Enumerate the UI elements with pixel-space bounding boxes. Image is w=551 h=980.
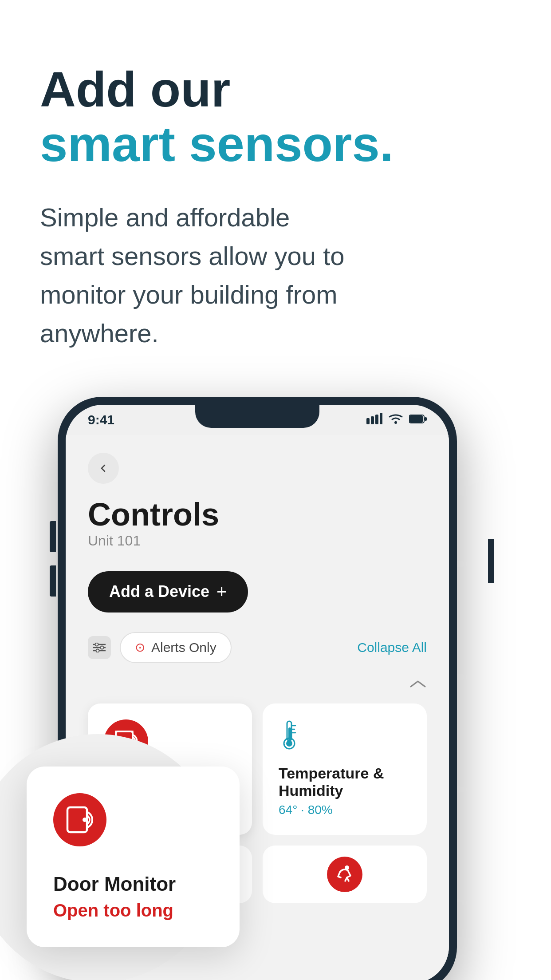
svg-rect-2	[375, 415, 378, 424]
hero-title-line1: Add our	[40, 62, 511, 117]
filter-bar: ⊙ Alerts Only Collapse All	[88, 632, 427, 663]
alerts-only-button[interactable]: ⊙ Alerts Only	[120, 632, 232, 663]
phone-section: 9:41	[0, 397, 551, 980]
floating-card-status: Open too long	[53, 901, 213, 921]
back-button[interactable]	[88, 453, 119, 484]
svg-rect-19	[288, 727, 291, 742]
svg-rect-0	[366, 418, 370, 424]
floating-door-icon	[53, 793, 106, 846]
hero-subtitle: Simple and affordable smart sensors allo…	[40, 198, 359, 352]
filter-icon[interactable]	[88, 636, 111, 659]
svg-rect-3	[380, 413, 382, 424]
floating-card-title: Door Monitor	[53, 873, 213, 895]
warning-icon: ⊙	[135, 640, 145, 655]
temp-title: Temperature & Humidity	[279, 765, 384, 799]
svg-rect-6	[409, 415, 423, 423]
volume-down-button	[50, 565, 56, 597]
page-title: Controls	[88, 497, 427, 532]
motion-card[interactable]	[263, 846, 427, 903]
svg-point-12	[101, 646, 104, 649]
hero-title-line2: smart sensors.	[40, 117, 511, 171]
svg-rect-7	[425, 417, 427, 421]
battery-icon	[409, 413, 427, 427]
add-device-button[interactable]: Add a Device +	[88, 571, 248, 612]
signal-icon	[366, 413, 382, 427]
unit-label: Unit 101	[88, 533, 427, 549]
add-device-plus-icon: +	[216, 582, 227, 602]
phone-notch	[195, 405, 319, 428]
status-time: 9:41	[88, 412, 114, 427]
collapse-all-button[interactable]: Collapse All	[357, 640, 427, 655]
power-button	[488, 539, 494, 583]
svg-point-11	[95, 643, 98, 646]
temperature-card[interactable]: Temperature & Humidity 64° · 80%	[263, 703, 427, 835]
alerts-only-label: Alerts Only	[151, 640, 216, 655]
temp-status: 64° · 80%	[279, 803, 333, 817]
svg-point-13	[96, 649, 99, 652]
thermometer-icon	[279, 719, 300, 756]
svg-point-4	[394, 421, 397, 424]
filter-left: ⊙ Alerts Only	[88, 632, 232, 663]
svg-rect-1	[371, 416, 374, 424]
volume-up-button	[50, 521, 56, 552]
motion-icon-circle	[327, 857, 362, 892]
floating-door-card[interactable]: Door Monitor Open too long	[27, 767, 240, 947]
svg-point-27	[83, 818, 87, 822]
hero-section: Add our smart sensors. Simple and afford…	[0, 0, 551, 379]
section-chevron	[88, 676, 427, 693]
wifi-icon	[388, 412, 404, 428]
status-icons	[366, 412, 427, 428]
add-device-label: Add a Device	[109, 582, 209, 601]
